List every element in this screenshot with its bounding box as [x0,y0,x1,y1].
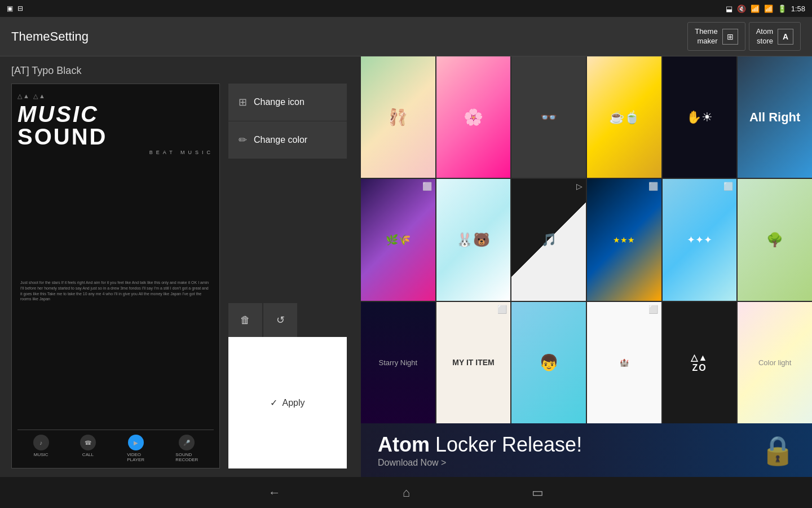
menu-icon: ⊟ [17,5,23,12]
preview-triangle: △▲ △▲ [17,93,214,100]
battery-icon: 🔋 [778,5,787,13]
home-icon: ⌂ [403,485,410,500]
theme-name: [AT] Typo Black [11,65,350,77]
change-icon-button[interactable]: ⊞ Change icon [228,84,347,121]
bottom-icon-video: ▶ VIDEOPLAYER [127,435,144,462]
preview-area: △▲ △▲ MUSIC SOUND BEAT MUSIC Just shoot … [11,84,350,468]
theme-cell-6[interactable]: ⬜ 🌿🌾 [361,179,435,300]
theme-cell-9[interactable]: ⬜ ★★★ [587,179,661,300]
banner-content: Atom Locker Release! Download Now > [378,433,582,468]
undo-button[interactable]: ↺ [263,303,297,337]
change-color-icon: ✏ [239,134,247,146]
theme-cell-14[interactable]: 👦 [511,302,586,423]
banner[interactable]: Atom Locker Release! Download Now > 🔒 [361,423,812,477]
overlay-icon-15: ⬜ [648,305,658,314]
back-button[interactable]: ← [264,481,285,505]
theme-cell-12[interactable]: Starry Night [361,302,435,423]
banner-atom-text: Atom [378,433,430,456]
atom-store-label: Atomstore [756,27,773,46]
change-icon-label: Change icon [254,97,304,107]
wifi-icon: 📶 [751,5,760,13]
overlay-icon-10: ⬜ [723,182,733,191]
sound-icon: 🎤 [179,435,195,450]
top-bar-actions: Thememaker ⊞ Atomstore A [687,22,801,51]
bluetooth-icon: ⬓ [726,5,732,13]
banner-rest-text: Locker Release! [430,433,582,456]
home-button[interactable]: ⌂ [398,481,414,505]
status-left: ▣ ⊟ [7,5,23,12]
overlay-icon-8: ▷ [576,182,582,191]
overlay-icon-9: ⬜ [648,182,658,191]
theme-cell-17[interactable]: Color light [738,302,812,423]
theme-cell-7[interactable]: 🐰🐻 [436,179,511,300]
theme-cell-10[interactable]: ⬜ ✦✦✦ [663,179,737,300]
change-color-button[interactable]: ✏ Change color [228,121,347,159]
apply-label: Apply [282,398,304,408]
music-icon: ♪ [33,435,49,450]
mute-icon: 🔇 [737,5,746,13]
theme-maker-icon: ⊞ [722,29,738,45]
theme-maker-label: Thememaker [695,27,717,46]
app-title: ThemeSetting [11,29,89,44]
action-panel: ⊞ Change icon ✏ Change color 🗑 ↺ [228,84,347,468]
theme-cell-13[interactable]: ⬜ MY IT ITEM [436,302,511,423]
back-icon: ← [268,485,281,500]
bottom-nav: ← ⌂ ▭ [0,477,812,508]
overlay-icon-6: ⬜ [422,182,432,191]
atom-store-icon: A [778,29,793,45]
banner-subtitle: Download Now > [378,458,582,468]
preview-title-area: △▲ △▲ MUSIC SOUND BEAT MUSIC [17,93,214,155]
banner-lock-icon: 🔒 [760,434,795,467]
theme-cell-15[interactable]: ⬜ 🏰 [587,302,661,423]
call-icon: ☎ [80,435,96,450]
theme-grid: 🩰 🌸 👓 ☕🍵 ✋☀ [361,56,812,423]
delete-button[interactable]: 🗑 [228,303,262,337]
preview-body-text: Just shoot for the stars If it feels rig… [17,277,214,305]
banner-title: Atom Locker Release! [378,433,582,457]
time: 1:58 [791,5,805,13]
theme-cell-5[interactable]: All Right [738,56,812,178]
theme-cell-0[interactable]: 🩰 [361,56,435,178]
right-panel: 🩰 🌸 👓 ☕🍵 ✋☀ [361,56,812,477]
bottom-icon-music: ♪ MUSIC [33,435,49,462]
theme-preview: △▲ △▲ MUSIC SOUND BEAT MUSIC Just shoot … [11,84,220,468]
overlay-icon-13: ⬜ [497,305,507,314]
screen-icon: ▣ [7,5,13,12]
theme-cell-2[interactable]: 👓 [511,56,586,178]
left-panel: [AT] Typo Black △▲ △▲ MUSIC SOUND BEAT M… [0,56,361,477]
recents-icon: ▭ [532,485,544,500]
change-color-label: Change color [254,135,307,145]
status-right: ⬓ 🔇 📶 📶 🔋 1:58 [726,5,805,13]
preview-sound-text: SOUND [17,125,214,148]
bottom-icon-call: ☎ CALL [80,435,96,462]
atom-store-button[interactable]: Atomstore A [749,22,801,51]
preview-music-text: MUSIC [17,103,214,125]
preview-bottom-icons: ♪ MUSIC ☎ CALL ▶ VIDEOPLAYER 🎤 SOUNDRECO… [17,430,214,462]
video-icon: ▶ [128,435,144,450]
top-bar: ThemeSetting Thememaker ⊞ Atomstore A [0,17,812,56]
theme-cell-11[interactable]: 🌳 [738,179,812,300]
theme-cell-8[interactable]: ▷ 🎵 [511,179,586,300]
undo-icon: ↺ [276,314,285,326]
apply-button[interactable]: ✓ Apply [228,337,347,468]
theme-maker-button[interactable]: Thememaker ⊞ [687,22,745,51]
bottom-icon-sound: 🎤 SOUNDRECODER [175,435,198,462]
preview-beat-text: BEAT MUSIC [17,150,214,155]
theme-cell-4[interactable]: ✋☀ [663,56,737,178]
signal-icon: 📶 [764,5,773,13]
main-area: [AT] Typo Black △▲ △▲ MUSIC SOUND BEAT M… [0,56,812,477]
theme-cell-16[interactable]: △▲ZO [663,302,737,423]
change-icon-icon: ⊞ [239,96,247,108]
recents-button[interactable]: ▭ [527,481,548,505]
theme-cell-3[interactable]: ☕🍵 [587,56,661,178]
status-bar: ▣ ⊟ ⬓ 🔇 📶 📶 🔋 1:58 [0,0,812,17]
theme-cell-1[interactable]: 🌸 [436,56,511,178]
bottom-actions: 🗑 ↺ [228,303,347,337]
delete-icon: 🗑 [240,314,250,326]
apply-check-icon: ✓ [270,397,277,408]
